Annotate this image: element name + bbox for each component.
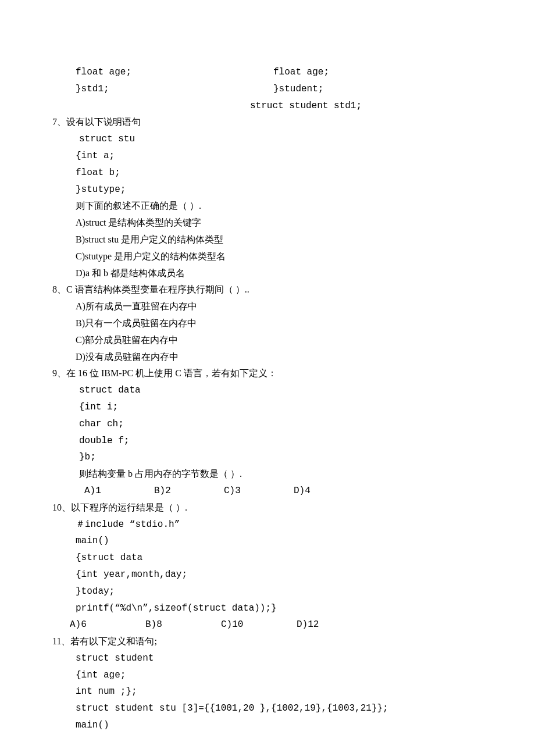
question-stem: 则下面的叙述不正确的是（ ）. bbox=[52, 198, 483, 215]
code-line: float b; bbox=[52, 165, 483, 181]
code-line: int num ;}; bbox=[52, 683, 483, 700]
code-line: struct student bbox=[52, 650, 483, 667]
code-line: }today; bbox=[52, 583, 483, 600]
question-11: 11、若有以下定义和语句; struct student {int age; i… bbox=[52, 633, 483, 734]
code-line: {int a; bbox=[52, 148, 483, 165]
code-line: {int year,month,day; bbox=[52, 566, 483, 583]
code-line: float age; bbox=[52, 64, 268, 81]
code-line: printf(“%d\n”,sizeof(struct data));} bbox=[52, 600, 483, 617]
code-line: }b; bbox=[52, 449, 483, 466]
question-9: 9、在 16 位 IBM-PC 机上使用 C 语言，若有如下定义： struct… bbox=[52, 365, 483, 499]
code-line: struct stu bbox=[52, 131, 483, 148]
option-b: B)2 bbox=[154, 483, 224, 500]
code-line: main() bbox=[52, 717, 483, 734]
option-d: D)4 bbox=[294, 483, 363, 500]
option-d: D)12 bbox=[297, 616, 372, 633]
code-line: {int i; bbox=[52, 399, 483, 416]
options-row: A)1 B)2 C)3 D)4 bbox=[52, 483, 483, 500]
code-line: struct data bbox=[52, 382, 483, 399]
top-two-columns: float age; }std1; float age; }student; s… bbox=[52, 64, 483, 114]
question-head: 11、若有以下定义和语句; bbox=[52, 633, 483, 650]
question-head: 9、在 16 位 IBM-PC 机上使用 C 语言，若有如下定义： bbox=[52, 365, 483, 382]
code-line: main() bbox=[52, 533, 483, 550]
option-c: C)10 bbox=[221, 616, 297, 633]
option-c: C)3 bbox=[224, 483, 294, 500]
option-a: A)struct 是结构体类型的关键字 bbox=[52, 215, 483, 231]
code-line: {int age; bbox=[52, 667, 483, 684]
option-c: C)stutype 是用户定义的结构体类型名 bbox=[52, 248, 483, 265]
option-a: A)所有成员一直驻留在内存中 bbox=[52, 298, 483, 315]
code-line: double f; bbox=[52, 433, 483, 450]
question-head: 8、C 语言结构体类型变量在程序执行期间（ ）.. bbox=[52, 281, 483, 298]
code-line: float age; bbox=[268, 64, 483, 81]
top-left-column: float age; }std1; bbox=[52, 64, 268, 114]
code-line: }std1; bbox=[52, 81, 268, 98]
code-line: struct student stu [3]={{1001,20 },{1002… bbox=[52, 700, 483, 717]
option-b: B)struct stu 是用户定义的结构体类型 bbox=[52, 231, 483, 248]
question-head: 10、以下程序的运行结果是（ ）. bbox=[52, 500, 483, 516]
option-a: A)6 bbox=[70, 616, 145, 633]
code-line: struct student std1; bbox=[250, 98, 483, 115]
code-line: }student; bbox=[268, 81, 483, 98]
option-b: B)8 bbox=[145, 616, 221, 633]
option-a: A)1 bbox=[84, 483, 154, 500]
option-b: B)只有一个成员驻留在内存中 bbox=[52, 315, 483, 332]
question-stem: 则结构变量 b 占用内存的字节数是（ ）. bbox=[52, 466, 483, 483]
options-row: A)6 B)8 C)10 D)12 bbox=[52, 616, 483, 633]
question-10: 10、以下程序的运行结果是（ ）. ＃include “stdio.h” mai… bbox=[52, 500, 483, 633]
code-line: ＃include “stdio.h” bbox=[52, 516, 483, 533]
code-line: {struct data bbox=[52, 550, 483, 566]
code-line: }stutype; bbox=[52, 181, 483, 198]
option-d: D)没有成员驻留在内存中 bbox=[52, 349, 483, 366]
question-7: 7、设有以下说明语句 struct stu {int a; float b; }… bbox=[52, 114, 483, 281]
question-8: 8、C 语言结构体类型变量在程序执行期间（ ）.. A)所有成员一直驻留在内存中… bbox=[52, 281, 483, 365]
option-d: D)a 和 b 都是结构体成员名 bbox=[52, 265, 483, 282]
option-c: C)部分成员驻留在内存中 bbox=[52, 332, 483, 349]
page: float age; }std1; float age; }student; s… bbox=[0, 0, 535, 756]
code-line: char ch; bbox=[52, 416, 483, 433]
top-right-column: float age; }student; struct student std1… bbox=[268, 64, 483, 114]
question-head: 7、设有以下说明语句 bbox=[52, 114, 483, 131]
